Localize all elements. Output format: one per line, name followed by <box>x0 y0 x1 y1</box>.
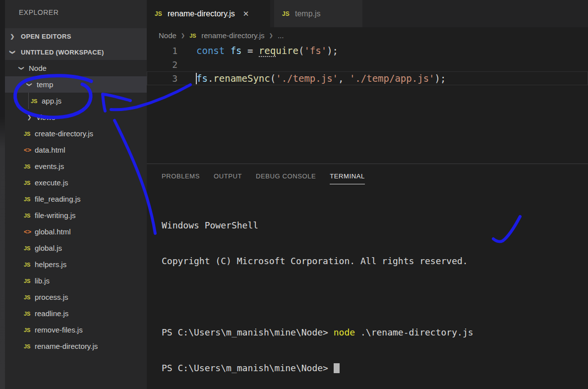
vscode-window: EXPLORER ❯ OPEN EDITORS ❯ UNTITLED (WORK… <box>0 0 588 389</box>
explorer-sidebar: EXPLORER ❯ OPEN EDITORS ❯ UNTITLED (WORK… <box>5 0 147 389</box>
folder-label: views <box>37 113 56 121</box>
js-file-icon: JS <box>24 164 35 169</box>
token-variable: fs <box>196 73 208 84</box>
breadcrumb-folder[interactable]: Node <box>159 31 176 40</box>
file-label: lib.js <box>35 277 50 285</box>
close-icon[interactable]: ✕ <box>243 9 249 18</box>
breadcrumb-more[interactable]: ... <box>278 31 284 40</box>
js-file-icon: JS <box>189 33 201 39</box>
js-file-icon: JS <box>31 98 42 104</box>
tree-file-lib[interactable]: JS lib.js <box>5 273 147 289</box>
token-variable: fs <box>231 45 247 56</box>
editor-tab-bar: JS rename-directory.js ✕ JS temp.js <box>147 0 588 27</box>
tree-file-remove-files[interactable]: JS remove-files.js <box>5 322 147 338</box>
js-file-icon: JS <box>24 262 35 268</box>
tab-debug-console[interactable]: DEBUG CONSOLE <box>256 172 316 184</box>
tree-file-readline[interactable]: JS readline.js <box>5 305 147 322</box>
token-string: './temp/app.js' <box>350 73 435 84</box>
file-label: process.js <box>35 293 68 301</box>
tree-file-events[interactable]: JS events.js <box>5 158 147 174</box>
terminal-line: PS C:\Users\m_manish\mine\Node> <box>162 362 578 374</box>
tab-problems[interactable]: PROBLEMS <box>162 172 200 184</box>
chevron-down-icon: ❯ <box>18 65 25 72</box>
tree-file-helpers[interactable]: JS helpers.js <box>5 256 147 273</box>
tree-file-file-writing[interactable]: JS file-writing.js <box>5 207 147 223</box>
terminal-cursor <box>334 363 340 373</box>
token-function: uire <box>276 45 298 56</box>
js-file-icon: JS <box>155 10 168 17</box>
token-paren: ( <box>270 73 276 84</box>
js-file-icon: JS <box>24 278 35 284</box>
file-label: global.js <box>35 244 62 252</box>
code-text: fs.renameSync('./temp.js', './temp/app.j… <box>177 73 446 84</box>
tab-rename-directory-js[interactable]: JS rename-directory.js ✕ <box>147 0 270 27</box>
file-tree: ❯ Node ❯ temp JS app.js ❯ views JS creat… <box>5 60 147 354</box>
code-text: const fs = require('fs'); <box>177 45 338 56</box>
token-comma: , <box>338 73 350 84</box>
terminal-blank-line <box>162 291 578 303</box>
panel-tab-bar: PROBLEMS OUTPUT DEBUG CONSOLE TERMINAL <box>162 172 365 184</box>
chevron-down-icon: ❯ <box>9 49 16 56</box>
js-file-icon: JS <box>24 343 35 349</box>
js-file-icon: JS <box>24 196 35 202</box>
js-file-icon: JS <box>24 131 35 137</box>
tree-folder-temp[interactable]: ❯ temp <box>5 76 147 93</box>
line-number: 1 <box>147 46 177 56</box>
section-label: UNTITLED (WORKSPACE) <box>21 49 104 56</box>
tree-file-rename-directory[interactable]: JS rename-directory.js <box>5 338 147 354</box>
file-label: helpers.js <box>35 260 66 269</box>
tree-file-global-html[interactable]: <> global.html <box>5 223 147 240</box>
tree-file-create-directory[interactable]: JS create-directory.js <box>5 125 147 142</box>
tab-label: rename-directory.js <box>168 9 235 18</box>
file-label: events.js <box>35 162 64 170</box>
terminal-prompt: PS C:\Users\m_manish\mine\Node> <box>162 363 334 373</box>
indent-guide <box>28 93 29 109</box>
token-function: renameSync <box>213 73 270 84</box>
js-file-icon: JS <box>24 180 35 186</box>
terminal-prompt: PS C:\Users\m_manish\mine\Node> <box>162 327 334 337</box>
breadcrumb: Node ❯ JS rename-directory.js ❯ ... <box>147 27 588 44</box>
terminal-line: PS C:\Users\m_manish\mine\Node> node .\r… <box>162 327 578 338</box>
chevron-right-icon: ❯ <box>26 114 33 120</box>
tab-temp-js[interactable]: JS temp.js <box>274 0 362 27</box>
token-keyword: const <box>196 45 231 56</box>
file-label: file_reading.js <box>35 195 81 203</box>
file-label: global.html <box>35 227 71 236</box>
token-string: './temp.js' <box>276 73 338 84</box>
line-number: 2 <box>147 59 177 70</box>
file-label: readline.js <box>35 309 68 318</box>
tree-file-file-reading[interactable]: JS file_reading.js <box>5 191 147 207</box>
tree-folder-views[interactable]: ❯ views <box>5 109 147 125</box>
chevron-down-icon: ❯ <box>26 81 33 88</box>
breadcrumb-file[interactable]: rename-directory.js <box>201 31 264 40</box>
section-workspace[interactable]: ❯ UNTITLED (WORKSPACE) <box>5 44 147 60</box>
code-area[interactable]: 1 const fs = require('fs'); 2 3 fs.renam… <box>147 44 588 85</box>
tree-file-execute[interactable]: JS execute.js <box>5 174 147 191</box>
file-label: rename-directory.js <box>35 342 98 350</box>
tab-output[interactable]: OUTPUT <box>214 172 242 184</box>
section-open-editors[interactable]: ❯ OPEN EDITORS <box>5 28 147 44</box>
tree-file-app-js[interactable]: JS app.js <box>5 93 147 109</box>
terminal-command: node <box>334 327 355 337</box>
token-dot: . <box>208 73 213 84</box>
folder-label: Node <box>29 64 47 72</box>
js-file-icon: JS <box>24 327 35 333</box>
terminal-output[interactable]: Windows PowerShell Copyright (C) Microso… <box>162 196 578 389</box>
tree-file-global-js[interactable]: JS global.js <box>5 240 147 256</box>
file-label: create-directory.js <box>35 129 93 138</box>
token-paren: ); <box>327 45 338 56</box>
token-operator: = <box>247 45 259 56</box>
tree-file-data-html[interactable]: <> data.html <box>5 142 147 158</box>
token-function: req <box>259 45 276 57</box>
js-file-icon: JS <box>24 311 35 317</box>
tab-terminal[interactable]: TERMINAL <box>330 172 365 184</box>
editor-group: JS rename-directory.js ✕ JS temp.js Node… <box>147 0 588 164</box>
tree-file-process[interactable]: JS process.js <box>5 289 147 305</box>
html-file-icon: <> <box>24 228 35 235</box>
file-label: execute.js <box>35 178 68 187</box>
chevron-right-icon: ❯ <box>269 33 273 38</box>
file-label: file-writing.js <box>35 211 76 220</box>
token-string: 'fs' <box>304 45 327 56</box>
section-label: OPEN EDITORS <box>21 33 71 40</box>
tree-folder-node[interactable]: ❯ Node <box>5 60 147 76</box>
